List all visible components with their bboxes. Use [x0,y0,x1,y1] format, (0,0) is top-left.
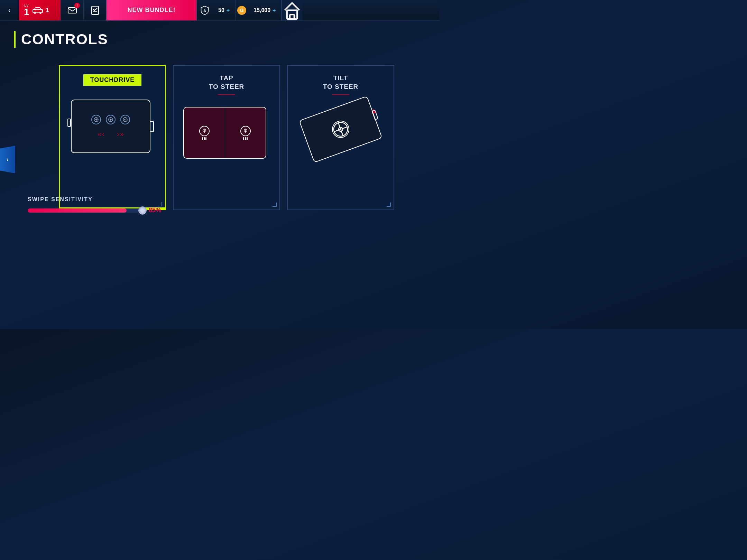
svg-point-21 [338,127,343,132]
main-content: › CONTROLS TOUCHDRIVE [0,21,439,329]
tap-label: TAP TO STEER [209,74,245,91]
svg-point-2 [39,12,42,14]
tap-line-5 [245,137,246,140]
tap-line-6 [247,137,248,140]
cards-container: TOUCHDRIVE [28,65,425,210]
svg-rect-8 [290,15,295,19]
touchdrive-phone-illustration: «‹ ›» [71,100,154,155]
swipe-sensitivity-label: SWIPE SENSITIVITY [28,196,439,203]
slider-fill [28,208,127,213]
svg-point-20 [332,121,349,138]
tap-left-zone [184,108,225,158]
mail-badge: ! [74,3,80,8]
svg-point-14 [123,118,127,122]
touchdrive-card[interactable]: TOUCHDRIVE [59,65,166,210]
svg-point-13 [110,119,111,120]
tap-hand-left [199,126,210,140]
tap-hand-icon-left [199,126,210,136]
svg-line-22 [338,123,340,128]
slider-container: 85% [28,207,166,214]
tap-line-2 [204,137,205,140]
slider-track[interactable] [28,208,144,213]
shield-icon: A [200,6,210,15]
page-title: CONTROLS [14,31,425,48]
tap-hand-right [240,126,251,140]
swipe-sensitivity-section: SWIPE SENSITIVITY 85% [28,196,439,214]
tilt-label: TILT TO STEER [323,74,359,91]
tap-phone [183,107,266,159]
tasks-button[interactable] [84,0,106,20]
svg-text:A: A [203,9,206,13]
touchdrive-phone: «‹ ›» [71,100,150,153]
top-nav: ‹ LV 1 1 ! NEW BUNDLE! [0,0,439,21]
td-icon-3 [120,115,130,124]
td-right-arrows: ›» [117,130,124,138]
td-icons-row [91,115,130,124]
td-arrows-row: «‹ ›» [98,130,124,138]
svg-line-23 [341,131,343,136]
tilt-label-underline [332,94,349,95]
shield-currency-button[interactable]: A [197,0,213,20]
tap-hand-icon-right [240,126,251,136]
svg-point-1 [34,12,36,14]
tap-line-3 [205,137,206,140]
svg-rect-3 [68,8,76,13]
new-bundle-button[interactable]: NEW BUNDLE! [107,0,196,20]
side-arrow-button[interactable]: › [0,146,15,173]
level-section: LV 1 1 [19,0,61,20]
home-button[interactable] [282,0,302,20]
home-icon [282,0,302,20]
level-badge: LV 1 [24,4,29,17]
tap-phone-illustration [183,107,270,164]
tilt-phone [299,96,382,163]
back-button[interactable]: ‹ [0,0,19,20]
tilt-phone-illustration [299,100,382,159]
tap-label-underline [218,94,235,95]
tap-right-zone [225,108,266,158]
gold-icon: G [237,6,246,15]
tap-hand-lines-right [243,137,248,140]
tilt-steering-wheel [330,118,352,140]
svg-line-25 [343,127,347,129]
checklist-icon [90,6,100,15]
tap-line-1 [202,137,203,140]
tap-to-steer-card[interactable]: TAP TO STEER [173,65,280,210]
blue-currency: 50 + [213,0,235,20]
gold-currency: 15,000 + [248,0,281,20]
car-icon [31,7,44,14]
tap-line-4 [243,137,244,140]
slider-thumb[interactable] [138,206,147,215]
svg-line-24 [334,130,339,132]
tap-hand-lines-left [202,137,206,140]
mail-button[interactable]: ! [61,0,83,20]
tilt-to-steer-card[interactable]: TILT TO STEER [287,65,394,210]
td-left-arrows: «‹ [98,130,104,138]
touchdrive-badge: TOUCHDRIVE [83,74,142,86]
slider-value: 85% [149,207,166,214]
gold-currency-icon-btn: G [236,0,248,20]
td-icon-1 [91,115,101,124]
td-icon-2 [106,115,116,124]
